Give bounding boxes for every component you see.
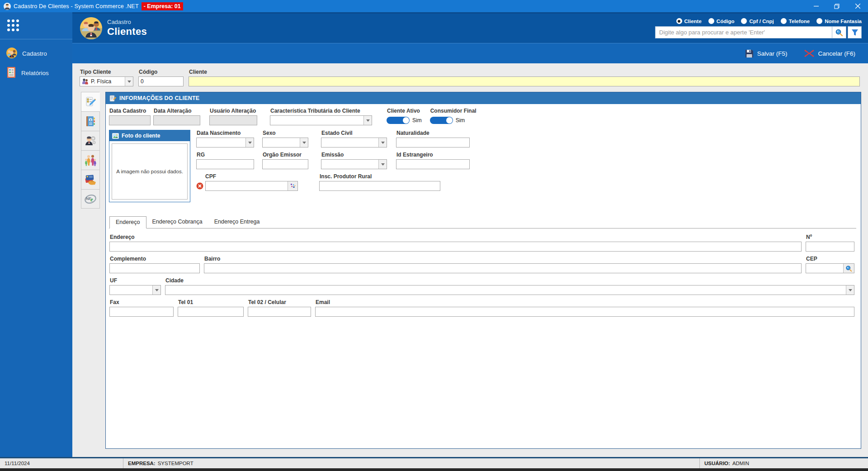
email-input[interactable] bbox=[315, 307, 854, 317]
tab-nfe-button[interactable]: NFe bbox=[81, 189, 100, 209]
uf-label: UF bbox=[110, 277, 161, 284]
tab-endereco[interactable]: Endereço bbox=[109, 216, 146, 228]
chevron-down-icon[interactable] bbox=[125, 77, 133, 86]
bairro-input[interactable] bbox=[204, 263, 802, 273]
insc-produtor-rural-label: Insc. Produtor Rural bbox=[320, 173, 440, 180]
radio-telefone[interactable]: Telefone bbox=[781, 18, 810, 24]
cliente-ativo-value: Sim bbox=[412, 117, 422, 124]
tab-endereco-entrega[interactable]: Endereço Entrega bbox=[208, 216, 266, 228]
orgao-emissor-input[interactable] bbox=[262, 159, 308, 169]
naturalidade-label: Naturalidade bbox=[396, 130, 470, 136]
filter-button[interactable] bbox=[848, 26, 862, 38]
radio-label: Cpf / Cnpj bbox=[749, 19, 774, 24]
data-nascimento-label: Data Nascimento bbox=[197, 130, 254, 136]
id-estrangeiro-input[interactable] bbox=[396, 159, 470, 169]
endereco-label: Endereço bbox=[110, 234, 802, 240]
chevron-down-icon[interactable] bbox=[378, 138, 387, 147]
complemento-input[interactable] bbox=[109, 263, 200, 273]
tab-dados-gerais-button[interactable] bbox=[81, 92, 100, 111]
tab-financeiro-button[interactable] bbox=[81, 170, 100, 189]
estado-civil-label: Estado Civil bbox=[321, 130, 387, 136]
status-usuario-value: ADMIN bbox=[732, 461, 749, 466]
chevron-down-icon[interactable] bbox=[363, 116, 372, 125]
chevron-down-icon[interactable] bbox=[300, 138, 308, 147]
save-label: Salvar (F5) bbox=[757, 50, 788, 57]
search-icon bbox=[835, 29, 843, 37]
dots-icon bbox=[290, 183, 296, 189]
cidade-combobox[interactable] bbox=[165, 285, 854, 295]
photo-area[interactable]: A imagem não possui dados. bbox=[109, 141, 190, 202]
rg-input[interactable] bbox=[196, 159, 254, 169]
chevron-down-icon[interactable] bbox=[245, 138, 254, 147]
status-date: 11/11/2024 bbox=[0, 458, 123, 468]
app-logo-icon bbox=[4, 3, 11, 10]
endereco-input[interactable] bbox=[109, 242, 802, 252]
nfe-icon: NFe bbox=[84, 194, 97, 205]
cliente-ativo-toggle[interactable] bbox=[387, 117, 410, 124]
estado-civil-combobox[interactable] bbox=[321, 138, 387, 147]
codigo-input[interactable] bbox=[138, 76, 184, 86]
chevron-down-icon[interactable] bbox=[152, 285, 160, 295]
cancel-button[interactable]: Cancelar (F6) bbox=[802, 47, 858, 60]
client-info-panel: INFORMAÇÕES DO CLIENTE Data Cadastro bbox=[105, 92, 861, 449]
sidebar-item-cadastro[interactable]: Cadastro bbox=[0, 44, 72, 63]
rg-label: RG bbox=[197, 152, 254, 158]
restore-button[interactable] bbox=[826, 0, 847, 12]
app-window: Cadastro De Clientes - System Commerce .… bbox=[0, 0, 868, 471]
tel01-label: Tel 01 bbox=[178, 299, 244, 305]
photo-icon bbox=[112, 133, 119, 139]
tipo-cliente-combobox[interactable]: P. Física bbox=[80, 76, 133, 86]
uf-combobox[interactable] bbox=[109, 285, 161, 295]
numero-input[interactable] bbox=[806, 242, 854, 252]
fax-input[interactable] bbox=[109, 307, 174, 317]
search-input[interactable] bbox=[655, 26, 832, 38]
cliente-input[interactable] bbox=[189, 76, 860, 86]
sexo-combobox[interactable] bbox=[262, 138, 308, 147]
caracteristica-tributaria-label: Característica Tributária do Cliente bbox=[270, 108, 372, 114]
radio-cliente[interactable]: Cliente bbox=[676, 18, 702, 24]
action-toolbar: Salvar (F5) Cancelar (F6) bbox=[72, 43, 868, 63]
photo-panel-title: Foto do cliente bbox=[122, 133, 160, 139]
cep-input[interactable] bbox=[806, 264, 843, 273]
save-button[interactable]: Salvar (F5) bbox=[742, 48, 790, 60]
tab-dependentes-button[interactable] bbox=[81, 150, 100, 170]
titlebar: Cadastro De Clientes - System Commerce .… bbox=[0, 0, 868, 12]
naturalidade-input[interactable] bbox=[396, 138, 470, 147]
tel02-celular-input[interactable] bbox=[248, 307, 311, 317]
tab-contatos-button[interactable] bbox=[81, 111, 100, 131]
save-floppy-icon bbox=[745, 49, 754, 58]
caracteristica-tributaria-combobox[interactable] bbox=[270, 115, 372, 125]
edit-form-icon bbox=[85, 96, 96, 107]
photo-empty-text: A imagem não possui dados. bbox=[116, 169, 183, 174]
close-button[interactable] bbox=[847, 0, 868, 12]
svg-text:e: e bbox=[90, 196, 93, 203]
search-button[interactable] bbox=[832, 26, 846, 38]
minimize-button[interactable] bbox=[806, 0, 826, 12]
chevron-down-icon[interactable] bbox=[846, 285, 854, 295]
emissao-combobox[interactable] bbox=[321, 159, 387, 169]
section-title: INFORMAÇÕES DO CLIENTE bbox=[119, 95, 199, 101]
consumidor-final-toggle[interactable] bbox=[430, 117, 453, 124]
cpf-input[interactable] bbox=[206, 181, 288, 190]
data-cadastro-input bbox=[109, 115, 151, 125]
cpf-lookup-button[interactable] bbox=[288, 181, 297, 190]
insc-produtor-rural-input[interactable] bbox=[319, 181, 440, 191]
data-alteracao-label: Data Alteração bbox=[154, 108, 200, 114]
statusbar: 11/11/2024 EMPRESA: SYSTEMPORT USUÁRIO: … bbox=[0, 457, 868, 471]
tel01-input[interactable] bbox=[178, 307, 244, 317]
data-nascimento-combobox[interactable] bbox=[196, 138, 254, 147]
radio-cpf-cnpj[interactable]: Cpf / Cnpj bbox=[741, 18, 774, 24]
chevron-down-icon[interactable] bbox=[378, 160, 387, 169]
window-bottom-edge bbox=[0, 468, 868, 471]
apps-menu-icon[interactable] bbox=[0, 12, 19, 37]
cep-search-button[interactable] bbox=[843, 264, 854, 273]
sidebar-item-relatorios[interactable]: Relatórios bbox=[0, 63, 72, 83]
section-header: INFORMAÇÕES DO CLIENTE bbox=[106, 92, 861, 104]
tab-config-cliente-button[interactable] bbox=[81, 131, 100, 150]
cliente-ativo-label: Cliente Ativo bbox=[387, 108, 422, 114]
company-badge: - Empresa: 01 bbox=[142, 2, 183, 10]
data-cadastro-label: Data Cadastro bbox=[109, 108, 151, 114]
radio-codigo[interactable]: Código bbox=[708, 18, 735, 24]
radio-nome-fantasia[interactable]: Nome Fantasia bbox=[816, 18, 862, 24]
tab-endereco-cobranca[interactable]: Endereço Cobrança bbox=[146, 216, 208, 228]
